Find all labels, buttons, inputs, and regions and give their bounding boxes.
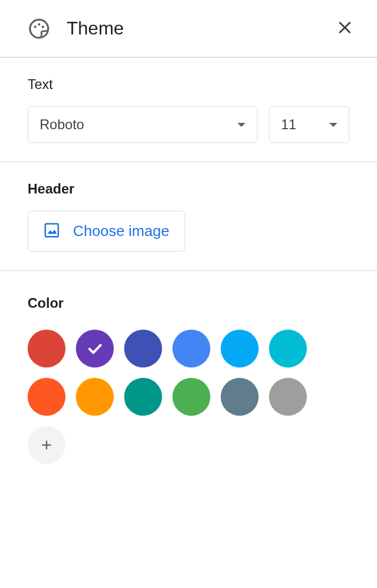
svg-point-3	[42, 25, 44, 28]
close-button[interactable]	[331, 14, 359, 43]
color-swatch-blue[interactable]	[172, 330, 210, 368]
color-grid	[28, 330, 326, 464]
color-swatch-red-orange[interactable]	[28, 330, 66, 368]
header-image-section: Header Choose image	[0, 163, 377, 271]
text-section-title: Text	[28, 76, 349, 92]
color-swatch-purple[interactable]	[76, 330, 114, 368]
color-swatch-indigo[interactable]	[124, 330, 162, 368]
color-swatch-grey[interactable]	[269, 378, 307, 416]
text-controls: Roboto 11	[28, 106, 349, 143]
font-size-dropdown[interactable]: 11	[269, 106, 349, 143]
close-icon	[336, 18, 354, 38]
color-swatch-green[interactable]	[124, 378, 162, 416]
palette-icon	[28, 17, 51, 40]
plus-icon	[39, 438, 54, 452]
font-dropdown[interactable]: Roboto	[28, 106, 257, 143]
color-swatch-deep-orange[interactable]	[28, 378, 66, 416]
font-dropdown-value: Roboto	[40, 117, 84, 133]
text-section: Text Roboto 11	[0, 58, 377, 163]
check-icon	[86, 339, 104, 358]
svg-rect-6	[45, 224, 59, 237]
color-swatch-blue-grey[interactable]	[221, 378, 259, 416]
image-icon	[43, 222, 60, 241]
add-custom-color-button[interactable]	[28, 426, 66, 464]
color-section: Color	[0, 271, 377, 488]
color-swatch-light-blue[interactable]	[221, 330, 259, 368]
panel-header: Theme	[0, 0, 377, 58]
panel-title: Theme	[67, 18, 124, 39]
choose-image-label: Choose image	[73, 222, 170, 240]
chevron-down-icon	[329, 123, 337, 127]
color-swatch-teal[interactable]	[269, 330, 307, 368]
choose-image-button[interactable]: Choose image	[28, 211, 185, 252]
svg-point-2	[38, 23, 40, 25]
color-section-title: Color	[28, 295, 349, 311]
color-swatch-orange[interactable]	[76, 378, 114, 416]
svg-point-1	[34, 25, 36, 28]
chevron-down-icon	[237, 123, 245, 127]
color-swatch-light-green[interactable]	[172, 378, 210, 416]
header-section-title: Header	[28, 181, 349, 197]
font-size-value: 11	[281, 117, 297, 133]
